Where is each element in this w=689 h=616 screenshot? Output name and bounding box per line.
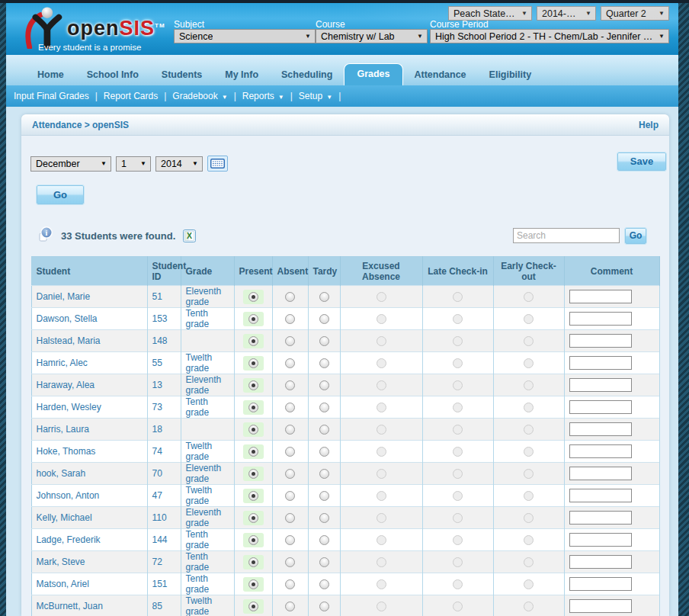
tab-attendance[interactable]: Attendance [403,65,478,85]
tardy-radio[interactable] [319,513,329,523]
excused-absence-radio [377,358,386,368]
tab-grades[interactable]: Grades [344,63,402,85]
absent-radio[interactable] [285,535,295,545]
absent-radio[interactable] [285,403,295,412]
svg-text:X: X [187,231,192,240]
comment-input[interactable] [569,312,632,326]
year-select[interactable]: 2014▼ [155,156,203,172]
subject-select[interactable]: Science▼ [174,29,316,43]
comment-input[interactable] [569,356,632,370]
absent-radio[interactable] [285,447,295,457]
comment-input[interactable] [569,378,632,392]
comment-input[interactable] [569,334,632,348]
present-radio[interactable] [248,535,258,545]
subnav-item-setup[interactable]: Setup▼ [299,91,332,101]
breadcrumb[interactable]: Attendance > openSIS [32,120,129,130]
comment-input[interactable] [569,511,632,525]
tardy-radio[interactable] [319,292,329,302]
comment-input[interactable] [569,444,632,458]
absent-radio[interactable] [285,336,295,346]
tab-scheduling[interactable]: Scheduling [270,65,344,85]
comment-cell [564,529,659,551]
absent-cell [272,551,308,573]
tardy-radio[interactable] [319,358,329,368]
subnav-item-input-final-grades[interactable]: Input Final Grades [14,91,89,101]
early-check-out-cell [493,286,564,308]
tardy-radio[interactable] [319,557,329,567]
absent-radio[interactable] [285,557,295,567]
month-select[interactable]: December▼ [30,156,111,172]
present-radio[interactable] [248,469,258,479]
calendar-icon[interactable] [207,156,228,172]
tardy-radio[interactable] [319,336,329,346]
tab-my-info[interactable]: My Info [213,65,270,85]
present-highlight [243,422,264,437]
absent-radio[interactable] [285,602,295,611]
present-radio[interactable] [248,513,258,523]
course-select[interactable]: Chemistry w/ Lab▼ [316,29,428,43]
present-radio[interactable] [248,425,258,435]
late-check-in-radio [453,491,463,501]
comment-input[interactable] [569,577,632,591]
tab-eligibility[interactable]: Eligibility [478,65,543,85]
absent-radio[interactable] [285,579,295,589]
quarter-select[interactable]: Quarter 2▼ [601,6,669,21]
comment-input[interactable] [569,422,632,436]
search-go-button[interactable]: Go [625,228,646,244]
present-radio[interactable] [248,602,258,611]
present-radio[interactable] [248,447,258,457]
absent-radio[interactable] [285,292,295,302]
early-check-out-radio [524,380,534,390]
subnav-item-label: Gradebook [172,91,217,101]
tardy-radio[interactable] [319,380,329,390]
tardy-radio[interactable] [319,469,329,479]
comment-input[interactable] [569,555,632,569]
subnav-item-gradebook[interactable]: Gradebook▼ [172,91,227,101]
absent-radio[interactable] [285,314,295,324]
day-select[interactable]: 1▼ [116,156,151,172]
search-input[interactable] [513,228,620,243]
absent-radio[interactable] [285,425,295,435]
tardy-radio[interactable] [319,491,329,501]
comment-input[interactable] [569,290,632,303]
comment-input[interactable] [569,400,632,414]
present-radio[interactable] [248,336,258,346]
excel-export-icon[interactable]: X [183,229,196,242]
tardy-radio[interactable] [319,447,329,457]
tardy-radio[interactable] [319,403,329,412]
present-radio[interactable] [248,403,258,412]
present-radio[interactable] [248,314,258,324]
present-radio[interactable] [248,380,258,390]
absent-radio[interactable] [285,380,295,390]
tardy-radio[interactable] [319,602,329,611]
tab-school-info[interactable]: School Info [75,65,150,85]
go-button[interactable]: Go [37,185,84,204]
excused-absence-cell [340,374,422,396]
absent-radio[interactable] [285,358,295,368]
absent-radio[interactable] [285,469,295,479]
save-button[interactable]: Save [617,152,666,171]
subnav-item-reports[interactable]: Reports▼ [242,91,284,101]
comment-input[interactable] [569,489,632,502]
late-check-in-radio [453,535,463,545]
course-period-select[interactable]: High School Period 2 - TH - Chem/Lab - J… [430,29,669,43]
subnav-item-report-cards[interactable]: Report Cards [104,91,158,101]
help-link[interactable]: Help [639,120,659,130]
tardy-radio[interactable] [319,314,329,324]
school-year-select[interactable]: 2014-2015▼ [537,6,596,21]
present-radio[interactable] [248,579,258,589]
present-radio[interactable] [248,491,258,501]
tab-students[interactable]: Students [150,65,213,85]
comment-input[interactable] [569,599,632,613]
present-radio[interactable] [248,358,258,368]
comment-input[interactable] [569,467,632,480]
tardy-radio[interactable] [319,535,329,545]
comment-input[interactable] [569,533,632,547]
absent-radio[interactable] [285,513,295,523]
present-radio[interactable] [248,292,258,302]
present-radio[interactable] [248,557,258,567]
tab-home[interactable]: Home [26,65,75,85]
tardy-radio[interactable] [319,425,329,435]
absent-radio[interactable] [285,491,295,501]
tardy-radio[interactable] [319,579,329,589]
